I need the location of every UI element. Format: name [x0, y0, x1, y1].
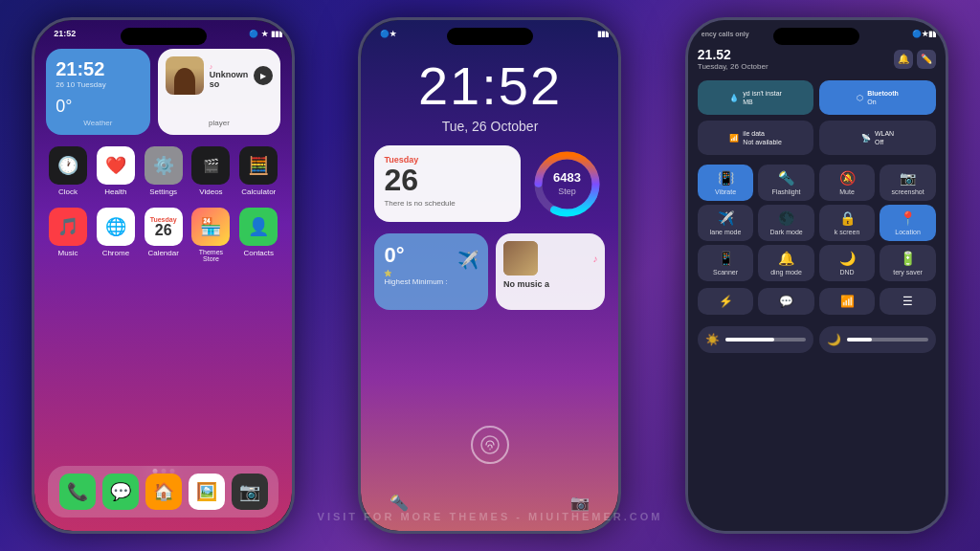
- cc-scanner[interactable]: 📱 Scanner: [698, 245, 754, 281]
- mute-icon: 🔕: [839, 170, 856, 186]
- phone-3: ency calls only 🔵★▮▮ 21.52 Tuesday, 26 O…: [685, 17, 948, 534]
- player-widget[interactable]: ♪ Unknown so ▶ player: [158, 49, 281, 135]
- app-clock[interactable]: 🕐 Clock: [48, 146, 88, 196]
- cc-mute[interactable]: 🔕 Mute: [819, 165, 876, 201]
- music-note-icon: ♪: [210, 63, 249, 70]
- cc-darkmode[interactable]: 🌑 Dark mode: [758, 205, 814, 241]
- svg-text:6483: 6483: [553, 170, 581, 185]
- cc-bluetooth-btn[interactable]: ⬡ Bluetooth On Bluetooth On: [819, 80, 936, 115]
- cc-grid-1: 📳 Vibrate 🔦 Flashlight 🔕 Mute 📷 screensh…: [688, 161, 946, 205]
- cc-network-row: 📶 ile data Not available 📡 WLAN Off: [688, 121, 946, 161]
- cc-data-btn[interactable]: 📶 ile data Not available: [698, 121, 814, 155]
- svg-text:Step: Step: [558, 187, 576, 196]
- cc-chat[interactable]: 💬: [758, 288, 814, 315]
- cc-grid-2: ✈️ lane mode 🌑 Dark mode 🔒 k screen 📍 Lo…: [688, 205, 946, 245]
- dock: 📞 💬 🏠 🖼️ 📷: [48, 466, 278, 518]
- lock-widgets-row1: Tuesday 26 There is no schedule: [361, 134, 618, 233]
- airplane-icon: ✈️: [718, 210, 734, 226]
- cc-vibrate[interactable]: 📳 Vibrate: [698, 165, 754, 201]
- calendar-widget[interactable]: Tuesday 26 There is no schedule: [374, 145, 521, 222]
- location-icon: 📍: [900, 210, 916, 226]
- dock-phone[interactable]: 📞: [59, 474, 96, 510]
- app-calendar[interactable]: Tuesday 26 Calendar: [144, 208, 184, 262]
- cc-lockscreen[interactable]: 🔒 k screen: [819, 205, 876, 241]
- music-art: [503, 241, 538, 276]
- app-settings[interactable]: ⚙️ Settings: [144, 146, 184, 196]
- cc-power[interactable]: ⚡: [698, 288, 754, 315]
- status-icons-1: 🔵 ★ ▮▮▮: [249, 30, 282, 38]
- lock-temp: 0°: [384, 243, 404, 268]
- cc-dnd[interactable]: 🌙 DND: [819, 245, 876, 281]
- lock-music-widget[interactable]: ♪ No music a: [496, 233, 606, 310]
- cc-night-slider[interactable]: 🌙: [819, 326, 936, 353]
- app-health[interactable]: ❤️ Health: [96, 146, 136, 196]
- lock-icon: 🔒: [839, 210, 856, 226]
- chat-icon: 💬: [779, 295, 793, 308]
- app-videos[interactable]: 🎬 Videos: [191, 146, 232, 196]
- cc-dingmode[interactable]: 🔔 ding mode: [758, 245, 814, 281]
- power-icon: ⚡: [719, 295, 733, 308]
- brightness-icon: ☀️: [705, 333, 720, 346]
- notch-3: [773, 28, 859, 45]
- phone-1: 21:52 🔵 ★ ▮▮▮ 21:52 26 10 Tuesday 0° Wea…: [32, 17, 295, 534]
- calendar-number: 26: [384, 165, 511, 195]
- cc-wlan-btn[interactable]: 📡 WLAN Off: [819, 121, 936, 155]
- edit-icon[interactable]: ✏️: [917, 50, 936, 69]
- bluetooth-icon: ⬡: [857, 94, 863, 102]
- app-grid-row1: 🕐 Clock ❤️ Health ⚙️ Settings 🎬 Videos 🧮: [34, 135, 292, 208]
- ency-label: ency calls only: [698, 31, 749, 37]
- dock-photos[interactable]: 🖼️: [189, 474, 225, 510]
- dock-camera[interactable]: 📷: [232, 474, 268, 510]
- water-icon: 💧: [729, 94, 739, 102]
- notch-2: [447, 28, 533, 45]
- app-grid-row2: 🎵 Music 🌐 Chrome Tuesday 26 Calendar 🏪: [34, 208, 292, 274]
- weather-time: 21:52: [56, 58, 141, 80]
- watermark: VISIT FOR MORE THEMES - MIUITHEMER.COM: [318, 511, 663, 522]
- app-music[interactable]: 🎵 Music: [48, 208, 88, 262]
- music-note-icon: ♪: [592, 253, 597, 264]
- dock-messages[interactable]: 💬: [102, 474, 139, 510]
- app-chrome[interactable]: 🌐 Chrome: [96, 208, 136, 262]
- play-button[interactable]: ▶: [254, 66, 273, 85]
- cc-location[interactable]: 📍 Location: [880, 205, 936, 241]
- app-themes[interactable]: 🏪 Themes Store: [191, 208, 232, 262]
- app-calculator[interactable]: 🧮 Calculator: [238, 146, 278, 196]
- lock-bottom-bar: 🔦 📷: [361, 494, 618, 512]
- cc-date: Tuesday, 26 October: [698, 62, 768, 71]
- player-name: Unknown so: [210, 70, 249, 89]
- fingerprint-button[interactable]: [471, 426, 509, 464]
- cc-quick-row: 💧 yd isn't instar MB ⬡ Bluetooth On Blue…: [688, 75, 946, 121]
- step-ring-widget: 6483 Step: [528, 145, 605, 222]
- cc-flashlight[interactable]: 🔦 Flashlight: [758, 165, 814, 201]
- cc-airplane[interactable]: ✈️ lane mode: [698, 205, 754, 241]
- phone-2: 🔵★ ▮▮▮ 21:52 Tue, 26 October Tuesday 26 …: [358, 17, 621, 534]
- camera-icon[interactable]: 📷: [570, 494, 590, 512]
- lock-widgets-row2: 0° ⭐ ✈️ Highest Minimum : ♪ No music: [361, 233, 618, 310]
- cc-battery-saver[interactable]: 🔋 tery saver: [880, 245, 936, 281]
- cc-sliders: ☀️ 🌙: [688, 322, 946, 357]
- cc-screenshot[interactable]: 📷 screenshot: [880, 165, 936, 201]
- lock-date: Tue, 26 October: [361, 119, 618, 134]
- dock-home[interactable]: 🏠: [145, 474, 182, 510]
- lock-weather-desc: Highest Minimum :: [384, 277, 479, 286]
- cc-grid-3: 📱 Scanner 🔔 ding mode 🌙 DND 🔋 tery saver: [688, 245, 946, 285]
- cc-brightness-slider[interactable]: ☀️: [698, 326, 814, 353]
- app-contacts[interactable]: 👤 Contacts: [238, 208, 278, 262]
- lock-clock: 21:52: [361, 55, 618, 117]
- cc-wifi[interactable]: 📶: [819, 288, 876, 315]
- cellular-icon: 📶: [729, 134, 739, 143]
- cc-layers[interactable]: ☰: [880, 288, 936, 315]
- weather-widget[interactable]: 21:52 26 10 Tuesday 0° Weather: [46, 49, 150, 135]
- battery-icon: 🔋: [900, 251, 916, 266]
- flashlight-icon-cc: 🔦: [778, 170, 794, 186]
- layers-icon: ☰: [902, 295, 913, 308]
- cc-water-btn[interactable]: 💧 yd isn't instar MB: [698, 80, 814, 115]
- lock-music-text: No music a: [503, 279, 598, 289]
- scanner-icon: 📱: [718, 251, 734, 266]
- weather-temp: 0°: [56, 97, 141, 117]
- notifications-icon[interactable]: 🔔: [894, 50, 913, 69]
- flashlight-icon[interactable]: 🔦: [390, 494, 409, 512]
- wifi-icon: 📶: [840, 295, 855, 308]
- lock-weather-widget[interactable]: 0° ⭐ ✈️ Highest Minimum :: [374, 233, 488, 310]
- weather-label: Weather: [56, 119, 141, 127]
